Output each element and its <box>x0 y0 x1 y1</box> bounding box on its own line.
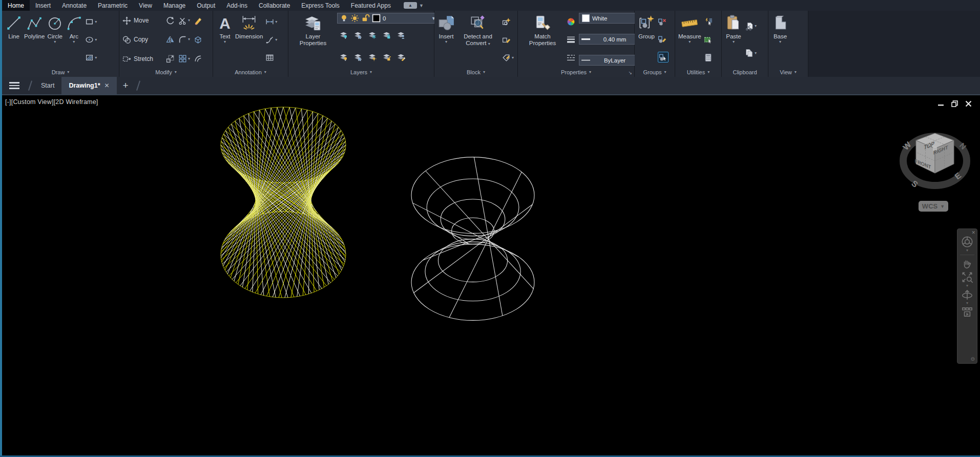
rotate-button[interactable] <box>166 16 175 26</box>
layer-on-button[interactable] <box>339 52 348 61</box>
wcs-dropdown[interactable]: WCS ▼ <box>919 201 948 212</box>
yellow-hyperboloid-surface[interactable] <box>221 107 534 320</box>
ungroup-button[interactable] <box>658 17 669 27</box>
close-tab-icon[interactable]: ✕ <box>105 82 110 89</box>
file-tab-start[interactable]: Start <box>34 77 61 94</box>
arc-button[interactable]: Arc▾ <box>65 12 82 68</box>
menu-tab-annotate[interactable]: Annotate <box>56 0 92 11</box>
viewcube-cube[interactable]: TOP FRONT RIGHT <box>915 133 954 173</box>
group-button[interactable]: Group <box>638 12 655 68</box>
layer-match-button[interactable] <box>397 52 405 61</box>
array-button[interactable]: ▾ <box>178 54 190 64</box>
menu-tab-featured-apps[interactable]: Featured Apps <box>345 0 397 11</box>
copy-button[interactable]: Copy <box>122 35 162 44</box>
layer-properties-button[interactable]: Layer Properties <box>291 12 335 68</box>
showmotion-button[interactable] <box>961 305 974 319</box>
panel-label-utilities[interactable]: Utilities▾ <box>675 68 721 77</box>
ellipse-button[interactable]: ▾ <box>85 35 97 45</box>
dim-linear-button[interactable]: ▾ <box>265 17 277 27</box>
new-drawing-tab-button[interactable]: + <box>117 77 135 94</box>
quick-calculator-button[interactable] <box>704 53 713 63</box>
text-button[interactable]: A Text▾ <box>216 12 234 68</box>
group-selection-button[interactable] <box>658 52 669 63</box>
stretch-button[interactable]: Stretch <box>122 54 162 63</box>
layer-select-dropdown[interactable]: 0 ▼ <box>337 13 439 24</box>
panel-label-properties[interactable]: Properties▾↘ <box>518 68 634 77</box>
layer-lock-button[interactable] <box>382 30 391 39</box>
quick-select-button[interactable] <box>704 17 713 27</box>
navbar-customize-icon[interactable]: ⊖ <box>971 356 975 362</box>
navigation-wheel-button[interactable]: ▾ <box>961 235 974 253</box>
menu-tab-manage[interactable]: Manage <box>158 0 191 11</box>
menu-tab-view[interactable]: View <box>133 0 158 11</box>
menu-tab-add-ins[interactable]: Add-ins <box>221 0 253 11</box>
menu-hamburger-icon[interactable] <box>2 77 27 94</box>
cut-button[interactable]: ▾ <box>745 22 757 31</box>
layer-make-current-button[interactable] <box>397 30 405 39</box>
rectangle-button[interactable]: ▾ <box>85 17 97 27</box>
offset-button[interactable] <box>194 54 202 64</box>
pan-button[interactable] <box>961 257 974 271</box>
panel-dialog-launcher-icon[interactable]: ↘ <box>628 70 632 75</box>
panel-label-block[interactable]: Block▾ <box>434 68 517 77</box>
close-button[interactable] <box>965 100 972 107</box>
orbit-button[interactable]: ▾ <box>961 288 974 305</box>
linetype-button[interactable] <box>567 53 575 62</box>
ribbon-collapse-control[interactable]: ▲ ▼ <box>404 0 424 11</box>
trim-button[interactable]: ▾ <box>178 16 190 26</box>
layer-freeze-button[interactable] <box>368 30 377 39</box>
close-icon[interactable]: ✕ <box>971 230 975 235</box>
match-properties-button[interactable]: Match Properties <box>521 12 564 68</box>
erase-button[interactable] <box>194 16 202 26</box>
layer-isolate-button[interactable] <box>353 30 362 39</box>
insert-button[interactable]: Insert▾ <box>437 12 455 68</box>
line-button[interactable]: Line <box>5 12 23 68</box>
fillet-button[interactable]: ▾ <box>178 35 190 45</box>
menu-tab-express-tools[interactable]: Express Tools <box>296 0 345 11</box>
table-button[interactable] <box>265 53 277 63</box>
drawing-canvas[interactable]: [-][Custom View][2D Wireframe] W S E N <box>2 94 980 457</box>
layer-thaw-button[interactable] <box>368 52 377 61</box>
panel-label-clipboard[interactable]: Clipboard <box>722 68 768 77</box>
lineweight-button[interactable] <box>567 35 575 44</box>
file-tab-drawing1[interactable]: Drawing1*✕ <box>61 77 116 94</box>
move-button[interactable]: Move <box>122 16 162 25</box>
menu-tab-output[interactable]: Output <box>191 0 221 11</box>
zoom-extents-button[interactable]: ▾ <box>961 271 974 288</box>
menu-tab-insert[interactable]: Insert <box>30 0 56 11</box>
copy-clip-button[interactable]: ▾ <box>745 48 757 58</box>
leader-button[interactable]: ▾ <box>265 35 277 45</box>
restore-button[interactable] <box>951 100 958 107</box>
viewcube[interactable]: W S E N TOP FRONT RIGHT <box>895 122 975 199</box>
menu-tab-collaborate[interactable]: Collaborate <box>253 0 296 11</box>
panel-label-layers[interactable]: Layers▾ <box>288 68 434 77</box>
viewport-controls[interactable]: [-][Custom View][2D Wireframe] <box>5 98 98 106</box>
block-attribute-button[interactable]: ▾ <box>502 53 514 63</box>
circle-button[interactable]: Circle▾ <box>46 12 64 68</box>
explode-button[interactable] <box>194 35 202 45</box>
color-wheel-button[interactable] <box>567 17 575 26</box>
menu-tab-parametric[interactable]: Parametric <box>92 0 133 11</box>
panel-label-draw[interactable]: Draw▾ <box>2 68 119 77</box>
paste-button[interactable]: Paste▾ <box>725 12 742 68</box>
measure-button[interactable]: Measure▾ <box>678 12 701 68</box>
panel-label-view[interactable]: View▾ <box>768 68 808 77</box>
panel-label-annotation[interactable]: Annotation▾ <box>213 68 288 77</box>
group-edit-button[interactable] <box>658 34 669 44</box>
polyline-button[interactable]: Polyline <box>24 12 45 68</box>
hatch-button[interactable]: ▾ <box>85 53 97 63</box>
panel-label-groups[interactable]: Groups▾ <box>635 68 675 77</box>
base-button[interactable]: Base▾ <box>772 12 789 68</box>
layer-unlock-button[interactable] <box>382 52 391 61</box>
minimize-button[interactable] <box>937 100 944 107</box>
block-edit-button[interactable] <box>502 35 514 45</box>
select-similar-button[interactable] <box>704 35 713 45</box>
mirror-button[interactable] <box>166 35 175 45</box>
detect-convert-button[interactable]: Detect and Convert ▾ <box>456 12 499 68</box>
scale-button[interactable] <box>166 54 175 64</box>
block-create-button[interactable] <box>502 17 514 27</box>
menu-tab-home[interactable]: Home <box>2 0 30 11</box>
layer-unisolate-button[interactable] <box>353 52 362 61</box>
dimension-button[interactable]: Dimension <box>235 12 263 68</box>
layer-off-button[interactable] <box>339 30 348 39</box>
